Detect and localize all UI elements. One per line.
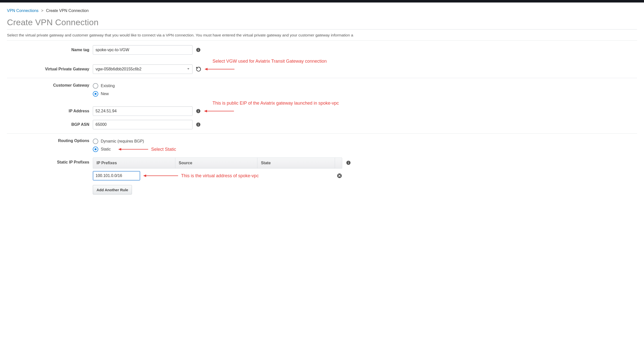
section-divider-2 bbox=[7, 78, 637, 78]
prefix-table: IP Prefixes Source State This is the vir… bbox=[93, 158, 342, 194]
chevron-down-icon bbox=[187, 67, 190, 71]
row-prefixes: Static IP Prefixes IP Prefixes Source St… bbox=[7, 156, 637, 196]
label-ip: IP Address bbox=[7, 109, 93, 113]
annotation-static: Select Static bbox=[151, 147, 176, 152]
svg-rect-6 bbox=[198, 111, 198, 112]
row-asn: BGP ASN bbox=[7, 118, 637, 131]
label-vpg: Virtual Private Gateway bbox=[7, 67, 93, 71]
row-vpg: Virtual Private Gateway vgw-058b6dbb2015… bbox=[7, 64, 637, 76]
label-asn: BGP ASN bbox=[7, 122, 93, 127]
svg-rect-1 bbox=[198, 50, 198, 51]
info-icon[interactable] bbox=[196, 122, 201, 127]
title-divider bbox=[7, 29, 637, 30]
label-cgw: Customer Gateway bbox=[7, 83, 93, 88]
row-vpg-annotation: Select VGW used for Aviatrix Transit Gat… bbox=[7, 57, 637, 64]
info-icon[interactable] bbox=[346, 160, 351, 166]
annotation-ip: This is public EIP of the Aviatrix gatew… bbox=[212, 101, 339, 106]
radio-routing-dynamic-label: Dynamic (requires BGP) bbox=[101, 139, 144, 144]
svg-marker-4 bbox=[204, 68, 208, 70]
radio-dot-icon bbox=[93, 139, 98, 144]
label-name-tag: Name tag bbox=[7, 48, 93, 52]
prefix-header-state: State bbox=[258, 158, 335, 168]
breadcrumb: VPN Connections > Create VPN Connection bbox=[7, 9, 637, 13]
prefix-table-header: IP Prefixes Source State bbox=[93, 158, 342, 169]
label-routing: Routing Options bbox=[7, 138, 93, 143]
svg-rect-7 bbox=[198, 110, 198, 110]
remove-row-icon[interactable] bbox=[337, 173, 342, 178]
radio-cgw-new-label: New bbox=[101, 92, 109, 96]
radio-cgw-existing[interactable]: Existing bbox=[93, 83, 115, 89]
svg-rect-19 bbox=[348, 162, 349, 164]
info-icon[interactable] bbox=[196, 47, 201, 53]
svg-rect-12 bbox=[198, 123, 198, 124]
page-description: Select the virtual private gateway and c… bbox=[7, 33, 637, 38]
annotation-vgw: Select VGW used for Aviatrix Transit Gat… bbox=[212, 59, 327, 64]
row-ip-annotation: This is public EIP of the Aviatrix gatew… bbox=[7, 99, 637, 106]
radio-group-routing: Dynamic (requires BGP) Static Select Sta… bbox=[93, 138, 176, 152]
radio-dot-icon bbox=[93, 147, 98, 152]
form: Name tag Select VGW used for Aviatrix Tr… bbox=[7, 43, 637, 196]
select-vpg-value: vgw-058b6dbb20155c6b2 bbox=[96, 67, 142, 71]
prefix-header-ip: IP Prefixes bbox=[93, 158, 175, 168]
add-rule-button[interactable]: Add Another Rule bbox=[93, 185, 132, 194]
row-routing: Routing Options Dynamic (requires BGP) S… bbox=[7, 136, 637, 154]
label-prefixes: Static IP Prefixes bbox=[7, 158, 93, 165]
radio-dot-icon bbox=[93, 91, 98, 97]
svg-rect-20 bbox=[348, 162, 349, 162]
radio-group-cgw: Existing New bbox=[93, 83, 115, 97]
svg-rect-2 bbox=[198, 49, 198, 49]
row-ip: IP Address bbox=[7, 106, 637, 118]
page-title: Create VPN Connection bbox=[7, 18, 637, 27]
row-name-tag: Name tag bbox=[7, 43, 637, 57]
prefix-header-source: Source bbox=[175, 158, 258, 168]
breadcrumb-current: Create VPN Connection bbox=[46, 9, 89, 13]
radio-cgw-existing-label: Existing bbox=[101, 84, 115, 88]
refresh-icon[interactable] bbox=[196, 66, 202, 72]
radio-routing-static-label: Static bbox=[101, 147, 111, 152]
radio-routing-dynamic[interactable]: Dynamic (requires BGP) bbox=[93, 139, 176, 144]
window-topbar bbox=[0, 0, 644, 3]
radio-dot-icon bbox=[93, 83, 98, 89]
input-bgp-asn[interactable] bbox=[93, 120, 192, 129]
breadcrumb-separator: > bbox=[40, 9, 45, 13]
section-divider-1 bbox=[7, 41, 637, 41]
row-cgw: Customer Gateway Existing New bbox=[7, 81, 637, 99]
radio-routing-static[interactable]: Static bbox=[93, 147, 111, 152]
svg-rect-11 bbox=[198, 124, 198, 126]
annotation-prefix: This is the virtual address of spoke-vpc bbox=[181, 173, 259, 178]
radio-cgw-new[interactable]: New bbox=[93, 91, 115, 97]
svg-marker-14 bbox=[118, 148, 121, 151]
info-icon[interactable] bbox=[196, 108, 201, 114]
input-ip-prefix[interactable] bbox=[93, 171, 140, 180]
select-vpg[interactable]: vgw-058b6dbb20155c6b2 bbox=[93, 64, 192, 74]
breadcrumb-root-link[interactable]: VPN Connections bbox=[7, 9, 38, 13]
svg-marker-9 bbox=[204, 110, 207, 112]
page-content: VPN Connections > Create VPN Connection … bbox=[0, 3, 644, 206]
input-name-tag[interactable] bbox=[93, 45, 192, 55]
section-divider-3 bbox=[7, 133, 637, 134]
input-ip-address[interactable] bbox=[93, 106, 192, 116]
prefix-table-row: This is the virtual address of spoke-vpc bbox=[93, 169, 342, 183]
svg-marker-16 bbox=[143, 174, 146, 177]
